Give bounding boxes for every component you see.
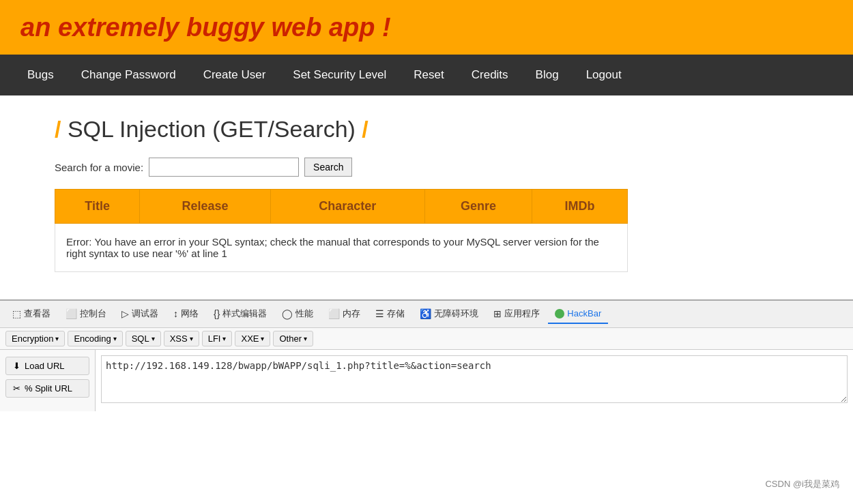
devtools-tab-memory[interactable]: ⬜ 内存: [321, 303, 367, 325]
devtools-tab-network[interactable]: ↕ 网络: [167, 303, 205, 325]
devtools-tab-console[interactable]: ⬜ 控制台: [59, 303, 113, 325]
debugger-label: 调试器: [132, 308, 158, 320]
storage-icon: ☰: [375, 308, 384, 319]
other-arrow-icon: ▾: [304, 335, 307, 342]
hackbar-menu-other[interactable]: Other ▾: [273, 331, 313, 346]
search-label: Search for a movie:: [55, 162, 143, 173]
sql-arrow-icon: ▾: [151, 335, 155, 342]
devtools-tab-application[interactable]: ⊞ 应用程序: [487, 303, 547, 325]
devtools-tab-style-editor[interactable]: {} 样式编辑器: [207, 303, 274, 325]
table-error-row: Error: You have an error in your SQL syn…: [55, 224, 628, 272]
lfi-label: LFI: [208, 333, 221, 344]
nav-credits[interactable]: Credits: [458, 56, 522, 94]
navbar: Bugs Change Password Create User Set Sec…: [0, 55, 853, 95]
encoding-label: Encoding: [74, 333, 111, 344]
devtools-tab-storage[interactable]: ☰ 存储: [368, 303, 411, 325]
load-url-icon: ⬇: [13, 361, 20, 371]
search-input[interactable]: [149, 158, 299, 177]
application-icon: ⊞: [493, 308, 502, 319]
memory-icon: ⬜: [328, 308, 340, 319]
hackbar-url-input[interactable]: [101, 355, 848, 403]
devtools-tab-inspector[interactable]: ⬚ 查看器: [5, 303, 57, 325]
hackbar-actions: ⬇ Load URL ✂ % Split URL: [0, 350, 96, 411]
storage-label: 存储: [387, 308, 405, 320]
app-title: an extremely buggy web app !: [20, 13, 391, 42]
col-imdb: IMDb: [532, 190, 628, 224]
nav-change-password[interactable]: Change Password: [68, 56, 190, 94]
accessibility-label: 无障碍环境: [434, 308, 478, 320]
hackbar-label: HackBar: [567, 308, 601, 318]
hackbar-dot-icon: [555, 309, 564, 318]
style-editor-icon: {}: [214, 308, 220, 319]
memory-label: 内存: [343, 308, 360, 320]
accessibility-icon: ♿: [420, 308, 431, 319]
main-content: / SQL Injection (GET/Search) / Search fo…: [0, 95, 853, 293]
nav-bugs[interactable]: Bugs: [14, 56, 68, 94]
console-label: 控制台: [80, 308, 106, 320]
xss-label: XSS: [170, 333, 188, 344]
encoding-arrow-icon: ▾: [113, 335, 117, 342]
search-button[interactable]: Search: [304, 158, 352, 177]
col-release: Release: [140, 190, 271, 224]
debugger-icon: ▷: [121, 308, 129, 319]
nav-set-security-level[interactable]: Set Security Level: [279, 56, 400, 94]
hackbar-main: ⬇ Load URL ✂ % Split URL: [0, 350, 853, 411]
console-icon: ⬜: [66, 308, 77, 319]
hackbar-menu-lfi[interactable]: LFI ▾: [202, 331, 233, 346]
nav-create-user[interactable]: Create User: [190, 56, 280, 94]
hackbar-menu-sql[interactable]: SQL ▾: [126, 331, 161, 346]
col-genre: Genre: [424, 190, 532, 224]
performance-label: 性能: [295, 308, 313, 320]
nav-blog[interactable]: Blog: [522, 56, 573, 94]
hackbar-menu-xss[interactable]: XSS ▾: [164, 331, 199, 346]
hackbar-toolbar: Encryption ▾ Encoding ▾ SQL ▾ XSS ▾ LFI …: [0, 328, 853, 350]
devtools-bar: ⬚ 查看器 ⬜ 控制台 ▷ 调试器 ↕ 网络 {} 样式编辑器 ◯ 性能 ⬜ 内…: [0, 299, 853, 411]
split-url-icon: ✂: [13, 383, 20, 394]
network-icon: ↕: [173, 308, 178, 319]
devtools-tab-performance[interactable]: ◯ 性能: [275, 303, 320, 325]
sql-label: SQL: [132, 333, 149, 344]
encryption-label: Encryption: [12, 333, 53, 344]
application-label: 应用程序: [504, 308, 540, 320]
devtools-tab-hackbar[interactable]: HackBar: [548, 304, 608, 324]
network-label: 网络: [181, 308, 199, 320]
inspector-icon: ⬚: [12, 308, 21, 319]
split-url-button[interactable]: ✂ % Split URL: [5, 379, 89, 398]
nav-reset[interactable]: Reset: [400, 56, 457, 94]
header-banner: an extremely buggy web app !: [0, 0, 853, 55]
hackbar-url-area: [96, 350, 853, 411]
load-url-button[interactable]: ⬇ Load URL: [5, 357, 89, 375]
other-label: Other: [279, 333, 302, 344]
col-title: Title: [55, 190, 140, 224]
error-message: Error: You have an error in your SQL syn…: [55, 224, 628, 272]
hackbar-menu-encoding[interactable]: Encoding ▾: [68, 331, 122, 346]
performance-icon: ◯: [282, 308, 293, 319]
nav-logout[interactable]: Logout: [573, 56, 635, 94]
encryption-arrow-icon: ▾: [55, 335, 59, 342]
split-url-label: % Split URL: [25, 383, 72, 394]
hackbar-menu-encryption[interactable]: Encryption ▾: [5, 331, 65, 346]
inspector-label: 查看器: [24, 308, 50, 320]
lfi-arrow-icon: ▾: [222, 335, 226, 342]
col-character: Character: [270, 190, 424, 224]
devtools-tab-debugger[interactable]: ▷ 调试器: [115, 303, 165, 325]
results-table: Title Release Character Genre IMDb Error…: [55, 189, 628, 272]
style-editor-label: 样式编辑器: [222, 308, 267, 320]
devtools-tabs: ⬚ 查看器 ⬜ 控制台 ▷ 调试器 ↕ 网络 {} 样式编辑器 ◯ 性能 ⬜ 内…: [0, 301, 853, 328]
devtools-tab-accessibility[interactable]: ♿ 无障碍环境: [413, 303, 485, 325]
load-url-label: Load URL: [25, 361, 65, 371]
xxe-arrow-icon: ▾: [261, 335, 264, 342]
search-form: Search for a movie: Search: [55, 158, 812, 177]
xss-arrow-icon: ▾: [190, 335, 193, 342]
page-title: / SQL Injection (GET/Search) /: [55, 116, 812, 143]
hackbar-menu-xxe[interactable]: XXE ▾: [235, 331, 270, 346]
table-header-row: Title Release Character Genre IMDb: [55, 190, 628, 224]
xxe-label: XXE: [241, 333, 259, 344]
